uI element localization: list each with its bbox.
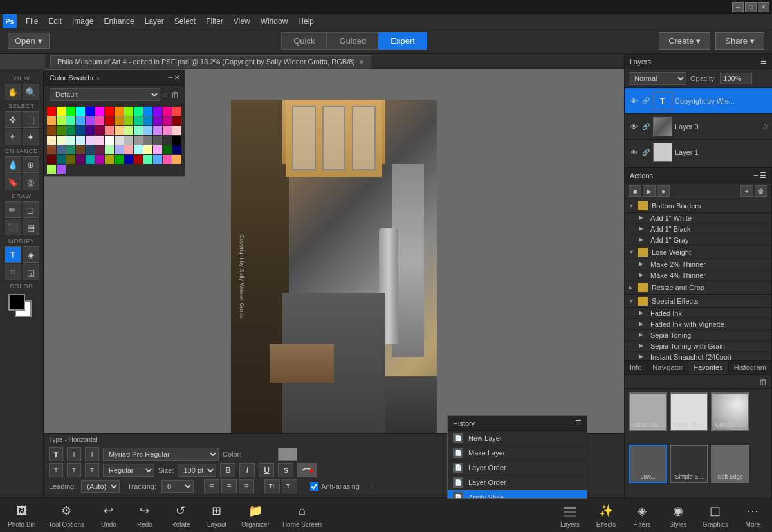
color-swatch-73[interactable] [76, 155, 85, 164]
action-faded-ink-vignette[interactable]: ▶ Faded Ink with Vignette [625, 319, 771, 330]
action-group-resize-crop[interactable]: ▶ Resize and Crop [625, 281, 771, 295]
actions-menu-icon[interactable]: ☰ [760, 171, 766, 179]
color-swatch-17[interactable] [76, 116, 85, 125]
eraser-tool[interactable]: ◻ [23, 201, 39, 218]
antialias-checkbox[interactable] [310, 482, 318, 491]
action-faded-ink[interactable]: ▶ Faded Ink [625, 308, 771, 319]
marquee-tool[interactable]: ⬚ [23, 111, 39, 128]
color-swatch-81[interactable] [153, 155, 162, 164]
clone-stamp-tool[interactable]: 🔖 [5, 174, 21, 190]
color-swatch-72[interactable] [66, 155, 75, 164]
color-swatch-3[interactable] [76, 107, 85, 116]
action-sepia-grain[interactable]: ▶ Sepia Toning with Grain [625, 341, 771, 352]
color-swatch-59[interactable] [76, 145, 85, 154]
font-size-select[interactable]: 100 pt [178, 464, 216, 477]
document-close-button[interactable]: ✕ [359, 59, 364, 66]
tab-navigator[interactable]: Navigator [647, 361, 688, 374]
crop-tool[interactable]: ⌗ [5, 264, 21, 280]
action-add-1-white[interactable]: ▶ Add 1" White [625, 213, 771, 224]
color-swatch-9[interactable] [134, 107, 143, 116]
menu-select[interactable]: Select [169, 15, 201, 27]
hand-tool[interactable]: ✋ [5, 84, 21, 100]
foreground-color-swatch[interactable] [8, 294, 25, 311]
color-swatch-78[interactable] [124, 155, 133, 164]
paint-bucket-tool[interactable]: ⬛ [5, 219, 21, 235]
magic-wand-tool[interactable]: ✦ [23, 129, 39, 145]
action-make-4-thinner[interactable]: ▶ Make 4% Thinner [625, 270, 771, 281]
color-swatch-71[interactable] [57, 155, 66, 164]
layer-visibility-1[interactable]: 👁 [629, 122, 639, 132]
actions-play-btn[interactable]: ▶ [643, 185, 656, 197]
color-swatch-55[interactable] [172, 136, 181, 145]
open-button[interactable]: Open ▾ [8, 33, 50, 49]
history-item-apply-style[interactable]: 📄 Apply Style [448, 490, 587, 498]
actions-stop-btn[interactable]: ■ [629, 185, 641, 197]
graphics-button[interactable]: ◫ Graphics [697, 499, 733, 531]
blur-tool[interactable]: ◎ [23, 174, 39, 190]
color-swatch-28[interactable] [47, 126, 56, 135]
color-swatch-46[interactable] [86, 136, 95, 145]
color-swatch-5[interactable] [95, 107, 104, 116]
color-swatch-18[interactable] [86, 116, 95, 125]
styles-button[interactable]: ◉ Styles [661, 499, 695, 531]
align-left-button[interactable]: ≡ [204, 479, 219, 493]
color-swatch-75[interactable] [95, 155, 104, 164]
preset-select[interactable]: Default [50, 88, 160, 101]
color-swatch-52[interactable] [143, 136, 152, 145]
move-tool[interactable]: ✜ [5, 111, 21, 128]
color-swatch-79[interactable] [134, 155, 143, 164]
fav-item-circular-v[interactable]: Circular V... [711, 392, 749, 431]
text-shrink-button[interactable]: T↑ [264, 479, 280, 493]
color-picker[interactable] [278, 448, 297, 461]
tab-favorites[interactable]: Favorites [688, 361, 728, 374]
color-swatch-32[interactable] [86, 126, 95, 135]
history-minimize-icon[interactable]: ─ [569, 419, 574, 427]
menu-help[interactable]: Help [293, 15, 319, 27]
color-swatch-0[interactable] [47, 107, 56, 116]
menu-window[interactable]: Window [255, 15, 293, 27]
color-swatch-11[interactable] [153, 107, 162, 116]
color-swatch-21[interactable] [115, 116, 124, 125]
fav-item-basic-white[interactable]: Basic Whi... [670, 392, 708, 431]
color-swatch-7[interactable] [115, 107, 124, 116]
font-style-select[interactable]: Regular [103, 464, 154, 477]
color-swatch-68[interactable] [163, 145, 172, 154]
color-swatch-16[interactable] [66, 116, 75, 125]
zoom-tool[interactable]: 🔍 [23, 84, 39, 100]
color-swatch-36[interactable] [124, 126, 133, 135]
color-swatch-20[interactable] [105, 116, 114, 125]
menu-layer[interactable]: Layer [140, 15, 169, 27]
color-swatch-15[interactable] [57, 116, 66, 125]
type-small-btn1[interactable]: T [49, 463, 63, 477]
actions-minimize-icon[interactable]: ─ [753, 171, 758, 179]
create-button[interactable]: Create ▾ [659, 32, 710, 50]
color-swatch-23[interactable] [134, 116, 143, 125]
fav-item-basic-black[interactable]: Basic Bla... [629, 392, 667, 431]
eyedropper-tool[interactable]: 💧 [5, 156, 21, 173]
color-swatch-35[interactable] [115, 126, 124, 135]
color-swatch-66[interactable] [143, 145, 152, 154]
color-swatch-13[interactable] [172, 107, 181, 116]
color-swatch-62[interactable] [105, 145, 114, 154]
type-small-btn2[interactable]: T [67, 463, 81, 477]
tool-options-button[interactable]: ⚙ Tool Options [43, 499, 89, 531]
color-swatch-10[interactable] [143, 107, 152, 116]
color-swatch-12[interactable] [163, 107, 172, 116]
minimize-button[interactable]: ─ [732, 2, 744, 12]
rotate-button[interactable]: ↺ Rotate [164, 499, 198, 531]
action-add-1-gray[interactable]: ▶ Add 1" Gray [625, 235, 771, 246]
color-swatch-63[interactable] [115, 145, 124, 154]
mode-expert[interactable]: Expert [378, 32, 427, 50]
layer-visibility-2[interactable]: 👁 [629, 147, 639, 158]
photo-bin-button[interactable]: 🖼 Photo Bin [3, 499, 41, 531]
color-swatch-1[interactable] [57, 107, 66, 116]
brush-tool[interactable]: ✏ [5, 201, 21, 218]
color-swatch-44[interactable] [66, 136, 75, 145]
preset-settings-icon[interactable]: ≡ [163, 89, 168, 100]
layer-item-1[interactable]: 👁 🔗 Layer 0 fx [625, 114, 772, 140]
actions-record-btn[interactable]: ● [657, 185, 670, 197]
color-swatch-74[interactable] [86, 155, 95, 164]
type-tool[interactable]: T [5, 246, 21, 263]
mode-quick[interactable]: Quick [281, 32, 327, 50]
color-swatch-69[interactable] [172, 145, 181, 154]
